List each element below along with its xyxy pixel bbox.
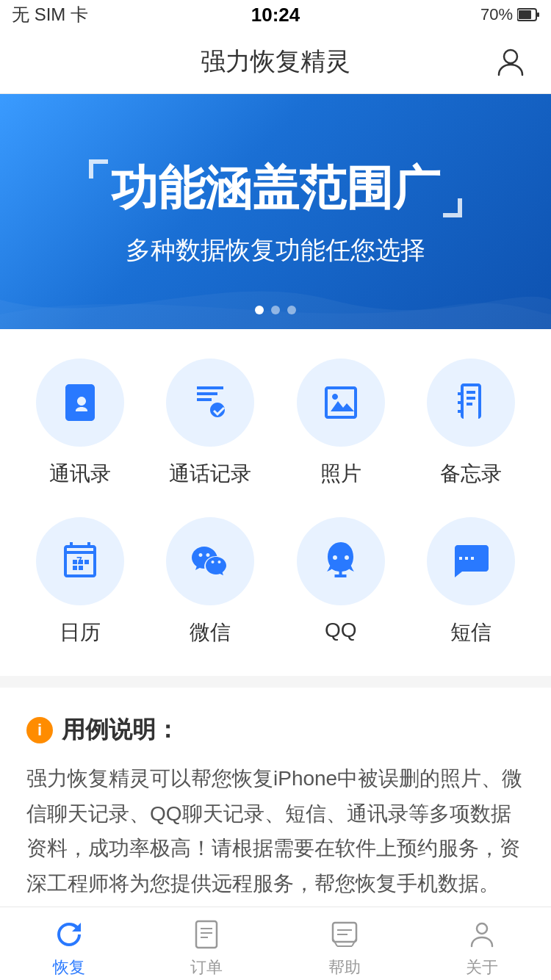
banner-dots — [255, 306, 296, 314]
svg-text:7: 7 — [76, 555, 82, 566]
grid-item-wechat[interactable]: 微信 — [151, 517, 269, 646]
recover-icon — [53, 918, 85, 951]
svg-point-3 — [504, 50, 517, 63]
order-icon — [190, 918, 223, 951]
svg-rect-9 — [333, 923, 356, 942]
banner-subtitle: 多种数据恢复功能任您选择 — [126, 234, 425, 267]
banner-dot-3[interactable] — [287, 306, 296, 314]
order-tab-icon — [189, 917, 224, 952]
calllog-icon-circle — [166, 359, 254, 447]
banner-wave — [0, 270, 551, 329]
grid-item-calendar[interactable]: 7 日历 — [21, 517, 139, 646]
info-title: 用例说明： — [62, 714, 179, 746]
wechat-icon-circle — [166, 517, 254, 605]
wechat-icon — [188, 539, 232, 583]
calendar-label: 日历 — [60, 619, 101, 646]
calllog-icon — [188, 381, 232, 425]
battery-icon — [517, 8, 539, 21]
banner-dot-1[interactable] — [255, 306, 264, 314]
tab-bar: 恢复 订单 帮助 — [0, 907, 551, 980]
contacts-icon — [58, 381, 102, 425]
help-icon — [328, 918, 361, 951]
tab-order-label: 订单 — [190, 956, 223, 979]
contacts-label: 通讯录 — [49, 460, 111, 488]
notes-label: 备忘录 — [440, 460, 502, 488]
grid-item-notes[interactable]: 备忘录 — [412, 359, 530, 488]
status-bar: 无 SIM 卡 10:24 70% — [0, 0, 551, 29]
user-icon — [494, 46, 527, 78]
svg-rect-5 — [196, 921, 217, 948]
tab-recover-label: 恢复 — [53, 956, 85, 979]
grid-item-calllog[interactable]: 通话记录 — [151, 359, 269, 488]
banner-title: 功能涵盖范围广 — [111, 156, 440, 220]
qq-icon — [319, 539, 363, 583]
grid-row-2: 7 日历 微信 QQ — [15, 517, 536, 646]
function-grid: 通讯录 通话记录 照片 备忘录 — [0, 329, 551, 676]
user-profile-button[interactable] — [492, 43, 529, 80]
nav-title: 强力恢复精灵 — [201, 45, 350, 79]
grid-item-photos[interactable]: 照片 — [282, 359, 400, 488]
tab-about-label: 关于 — [466, 956, 498, 979]
svg-rect-2 — [537, 12, 539, 17]
notes-icon — [449, 381, 493, 425]
banner-dot-2[interactable] — [271, 306, 280, 314]
wechat-label: 微信 — [190, 619, 231, 646]
qq-label: QQ — [325, 619, 357, 642]
photos-icon — [319, 381, 363, 425]
about-tab-icon — [464, 917, 500, 952]
sms-icon-circle — [427, 517, 515, 605]
tab-help-label: 帮助 — [328, 956, 361, 979]
grid-row-1: 通讯录 通话记录 照片 备忘录 — [15, 359, 536, 488]
grid-item-qq[interactable]: QQ — [282, 517, 400, 646]
help-tab-icon — [327, 917, 362, 952]
calendar-icon-circle: 7 — [36, 517, 124, 605]
recover-tab-icon — [51, 917, 87, 952]
qq-icon-circle — [297, 517, 385, 605]
contacts-icon-circle — [36, 359, 124, 447]
notes-icon-circle — [427, 359, 515, 447]
tab-order[interactable]: 订单 — [138, 909, 276, 979]
info-header: i 用例说明： — [26, 714, 525, 746]
tab-recover[interactable]: 恢复 — [0, 909, 138, 979]
info-body: 强力恢复精灵可以帮您恢复iPhone中被误删的照片、微信聊天记录、QQ聊天记录、… — [26, 761, 525, 901]
tab-about[interactable]: 关于 — [414, 909, 552, 979]
photos-icon-circle — [297, 359, 385, 447]
sms-icon — [449, 539, 493, 583]
grid-item-contacts[interactable]: 通讯录 — [21, 359, 139, 488]
calendar-icon: 7 — [58, 539, 102, 583]
about-icon — [466, 918, 498, 951]
banner: 功能涵盖范围广 多种数据恢复功能任您选择 — [0, 94, 551, 329]
battery-level: 70% — [480, 5, 513, 24]
info-section: i 用例说明： 强力恢复精灵可以帮您恢复iPhone中被误删的照片、微信聊天记录… — [0, 688, 551, 923]
status-right: 70% — [480, 5, 539, 24]
status-time: 10:24 — [251, 4, 300, 26]
svg-rect-1 — [519, 10, 531, 19]
svg-point-15 — [477, 923, 487, 934]
sms-label: 短信 — [450, 619, 491, 646]
photos-label: 照片 — [320, 460, 361, 488]
grid-item-sms[interactable]: 短信 — [412, 517, 530, 646]
info-icon: i — [26, 717, 53, 743]
status-sim: 无 SIM 卡 — [12, 3, 88, 26]
nav-bar: 强力恢复精灵 — [0, 29, 551, 94]
calllog-label: 通话记录 — [169, 460, 251, 488]
tab-help[interactable]: 帮助 — [276, 909, 414, 979]
